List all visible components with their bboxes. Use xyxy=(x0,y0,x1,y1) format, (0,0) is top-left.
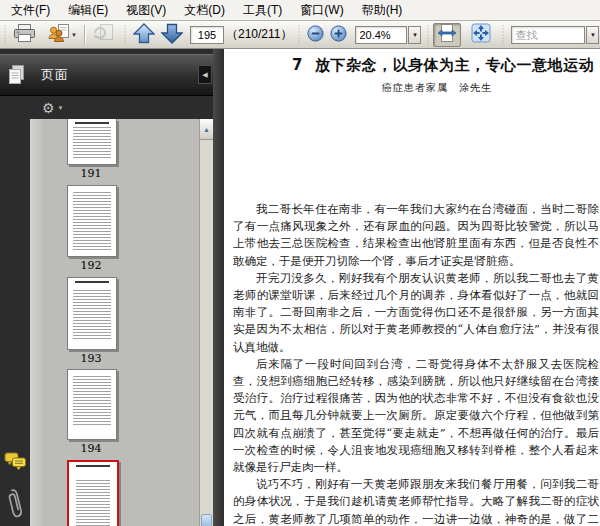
collaborate-icon xyxy=(48,24,69,46)
pages-icon xyxy=(7,64,26,86)
menu-window[interactable]: 窗口(W) xyxy=(291,0,352,20)
menu-bar: 文件(F) 编辑(E) 视图(V) 文档(D) 工具(T) 窗口(W) 帮助(H… xyxy=(0,0,600,21)
menu-file[interactable]: 文件(F) xyxy=(2,0,59,20)
previous-page-button[interactable] xyxy=(130,23,158,47)
next-page-button[interactable] xyxy=(158,23,186,47)
toolbar-grip xyxy=(426,24,430,46)
gear-icon: ⚙ xyxy=(42,101,55,115)
zoom-out-button[interactable] xyxy=(304,23,327,47)
chevron-down-icon: ▼ xyxy=(590,32,596,38)
comments-panel-icon[interactable] xyxy=(4,452,27,476)
menu-tools[interactable]: 工具(T) xyxy=(234,0,291,20)
panel-options-button[interactable]: ⚙ ▼ xyxy=(30,96,64,119)
paragraph: 我二哥长年住在南非，有一年我们大家约在台湾碰面，当时二哥除了有一点痛风现象之外，… xyxy=(233,201,599,270)
toolbar-separator xyxy=(84,25,85,45)
thumbnail-text xyxy=(73,192,111,251)
thumbnail-page-194[interactable] xyxy=(67,369,117,440)
email-share-button xyxy=(89,23,117,47)
toolbar: ▼ xyxy=(0,21,600,49)
thumbnail-page-191[interactable] xyxy=(67,119,117,165)
sync-document-icon xyxy=(92,24,114,45)
menu-help[interactable]: 帮助(H) xyxy=(353,0,412,20)
pdf-reader-window: 文件(F) 编辑(E) 视图(V) 文档(D) 工具(T) 窗口(W) 帮助(H… xyxy=(0,0,600,526)
zoom-dropdown-button[interactable]: ▼ xyxy=(408,26,421,44)
menu-view[interactable]: 视图(V) xyxy=(117,0,175,20)
thumbnail-label: 193 xyxy=(67,350,115,367)
fit-width-icon xyxy=(437,24,457,45)
navigation-pane: 页面 ◀ ⚙ ▼ xyxy=(0,49,213,526)
toolbar-grip xyxy=(297,24,301,46)
scrollbar-thumb[interactable] xyxy=(201,514,212,526)
toolbar-grip xyxy=(3,24,7,46)
page-thumbnails-list: 191 192 193 194 xyxy=(30,119,200,526)
thumbnail-label: 192 xyxy=(67,257,115,274)
zoom-in-button[interactable] xyxy=(327,23,350,47)
document-body-text: 我二哥长年住在南非，有一年我们大家约在台湾碰面，当时二哥除了有一点痛风现象之外，… xyxy=(233,201,599,526)
thumbnail-page-195-selected[interactable] xyxy=(67,460,119,526)
menu-edit[interactable]: 编辑(E) xyxy=(59,0,117,20)
chapter-byline: 癌症患者家属 涂先生 xyxy=(382,81,600,95)
chapter-title: 7放下杂念，以身体为主，专心一意地运动 xyxy=(292,56,600,75)
document-page[interactable]: 7放下杂念，以身体为主，专心一意地运动 癌症患者家属 涂先生 我二哥长年住在南非… xyxy=(224,49,600,526)
up-arrow-icon xyxy=(133,23,155,47)
zoom-level-input[interactable] xyxy=(355,26,407,44)
collapse-arrow-icon: ◀ xyxy=(202,71,207,79)
find-combo: ▼ xyxy=(511,26,599,44)
scroll-up-arrow-icon: ▲ xyxy=(203,126,210,133)
thumbnail-text xyxy=(73,376,111,425)
print-button[interactable] xyxy=(10,23,39,47)
thumbnail-label: 194 xyxy=(67,440,115,457)
pages-panel-header: 页面 ◀ xyxy=(0,54,213,96)
thumbnail-text xyxy=(75,122,109,124)
fit-page-icon xyxy=(471,23,491,46)
thumbnail-page-193[interactable] xyxy=(67,277,117,350)
thumbnail-text xyxy=(73,290,111,339)
thumbnail-label: 191 xyxy=(67,165,115,182)
thumbnail-text xyxy=(75,281,109,283)
thumbnail-text xyxy=(76,465,110,467)
page-count-label: （210/211） xyxy=(226,26,293,43)
page-number-input[interactable] xyxy=(190,26,224,44)
paragraph: 开完刀没多久，刚好我有个朋友认识黄老师，所以我二哥也去了黄老师的课堂听课，后来经… xyxy=(233,270,599,356)
paragraph: 说巧不巧，刚好有一天黄老师跟朋友来我们餐厅用餐，问到我二哥的身体状况，于是我们趁… xyxy=(233,476,599,526)
fit-page-button[interactable] xyxy=(468,23,494,47)
thumbnail-text xyxy=(76,480,110,526)
attachments-paperclip-icon[interactable] xyxy=(7,487,23,526)
down-arrow-icon xyxy=(161,23,183,47)
toolbar-grip xyxy=(501,24,505,46)
zoom-out-icon xyxy=(307,25,324,45)
zoom-in-icon xyxy=(330,25,347,45)
thumbnail-text xyxy=(73,127,111,159)
paragraph: 后来隔了一段时间回到台湾，二哥觉得身体不太舒服又去医院检查，没想到癌细胞已经转移… xyxy=(233,356,599,476)
chapter-number: 7 xyxy=(292,56,303,74)
scroll-up-button[interactable]: ▲ xyxy=(200,119,213,140)
options-caret-icon: ▼ xyxy=(58,105,64,111)
chapter-title-text: 放下杂念，以身体为主，专心一意地运动 xyxy=(315,56,594,74)
toolbar-grip xyxy=(123,24,127,46)
find-dropdown-button[interactable]: ▼ xyxy=(586,26,599,44)
thumbnail-page-192[interactable] xyxy=(67,185,117,257)
chevron-down-icon: ▼ xyxy=(412,32,418,38)
menu-document[interactable]: 文档(D) xyxy=(175,0,234,20)
collaborate-dropdown-caret-icon: ▼ xyxy=(71,32,77,38)
pane-splitter[interactable] xyxy=(213,49,224,526)
thumbnails-scrollbar[interactable]: ▲ xyxy=(199,119,213,526)
panel-title: 页面 xyxy=(41,66,69,84)
find-input[interactable] xyxy=(511,26,585,44)
fit-width-button[interactable] xyxy=(433,23,461,47)
collapse-panel-button[interactable]: ◀ xyxy=(198,65,212,84)
zoom-level-combo: ▼ xyxy=(355,26,421,44)
printer-icon xyxy=(13,24,36,46)
main-area: 页面 ◀ ⚙ ▼ xyxy=(0,49,600,526)
collaborate-button[interactable]: ▼ xyxy=(45,23,80,47)
